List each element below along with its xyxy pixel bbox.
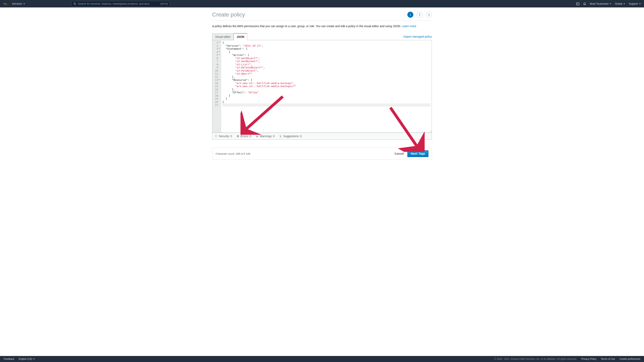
cloudshell-icon[interactable]	[576, 2, 580, 5]
import-managed-policy-link[interactable]: Import managed policy	[403, 35, 432, 38]
editor-code[interactable]: { "Version": "2012-10-17", "Statement": …	[221, 40, 432, 132]
caret-down-icon	[610, 3, 611, 4]
svg-line-2	[75, 4, 76, 5]
search-input[interactable]	[78, 2, 160, 5]
step-1[interactable]: 1	[407, 12, 413, 18]
next-tags-button[interactable]: Next: Tags	[407, 150, 428, 157]
search-shortcut-hint: [Alt+S]	[160, 2, 168, 5]
status-suggestions: Suggestions: 0	[279, 135, 302, 138]
svg-text:aws: aws	[4, 2, 6, 4]
character-count: Character count: 248 of 6 144.	[216, 152, 251, 155]
footer-panel: Character count: 248 of 6 144. Cancel Ne…	[212, 148, 432, 160]
json-editor[interactable]: 123456789101112131415161718192021 { "Ver…	[212, 40, 432, 133]
svg-point-1	[74, 2, 76, 4]
validation-status-bar: Security: 0 Errors: 0 Warnings: 0 Sugges…	[212, 133, 432, 140]
learn-more-link[interactable]: Learn more	[402, 24, 416, 28]
caret-down-icon	[639, 3, 641, 4]
svg-rect-7	[257, 137, 257, 137]
notifications-icon[interactable]	[583, 2, 586, 5]
region-dropdown[interactable]: Global	[615, 2, 625, 5]
error-icon	[236, 135, 239, 138]
region-label: Global	[615, 2, 622, 5]
page-title: Create policy	[212, 11, 245, 18]
shield-icon	[215, 135, 218, 138]
tab-visual-editor[interactable]: Visual editor	[212, 33, 234, 40]
wizard-steps: 1 2 3	[407, 12, 432, 18]
support-label: Support	[629, 2, 638, 5]
services-label: Services	[12, 2, 22, 5]
caret-down-icon	[624, 3, 625, 4]
status-errors: Errors: 0	[236, 135, 251, 138]
top-nav: aws Services [Alt+S] Brad Touesnard Glob…	[0, 0, 644, 7]
status-warnings: Warnings: 0	[256, 135, 275, 138]
services-dropdown[interactable]: Services	[12, 2, 25, 5]
search-icon	[74, 2, 76, 5]
page-description: A policy defines the AWS permissions tha…	[212, 24, 432, 28]
svg-rect-6	[257, 136, 257, 137]
resize-handle-icon[interactable]	[429, 130, 432, 132]
editor-gutter: 123456789101112131415161718192021	[212, 40, 221, 132]
step-2[interactable]: 2	[416, 12, 422, 18]
user-name: Brad Touesnard	[590, 2, 608, 5]
support-dropdown[interactable]: Support	[629, 2, 641, 5]
global-search[interactable]: [Alt+S]	[71, 1, 170, 7]
warning-icon	[256, 135, 258, 138]
account-dropdown[interactable]: Brad Touesnard	[590, 2, 611, 5]
svg-rect-3	[576, 2, 579, 5]
tab-json[interactable]: JSON	[234, 33, 247, 40]
aws-logo-icon: aws	[3, 2, 9, 5]
step-3[interactable]: 3	[426, 12, 432, 18]
lightbulb-icon	[279, 135, 282, 138]
aws-logo[interactable]: aws	[3, 2, 9, 5]
caret-down-icon	[23, 3, 25, 4]
status-security: Security: 0	[215, 135, 232, 138]
cancel-button[interactable]: Cancel	[395, 152, 404, 155]
